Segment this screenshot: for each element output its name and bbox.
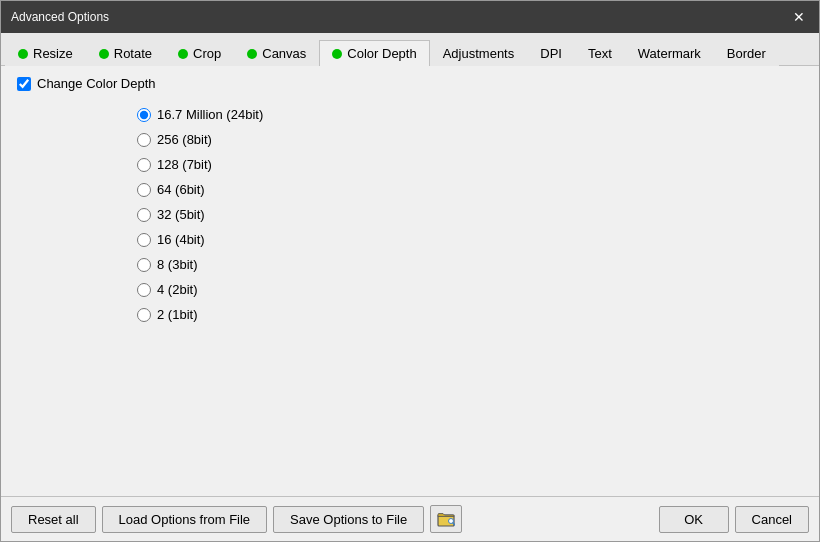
radio-label-r3: 128 (7bit) — [157, 157, 212, 172]
cancel-button[interactable]: Cancel — [735, 506, 809, 533]
radio-item-r9: 2 (1bit) — [137, 307, 803, 322]
tab-label-text: Text — [588, 46, 612, 61]
radio-r8[interactable] — [137, 283, 151, 297]
radio-r2[interactable] — [137, 133, 151, 147]
tabs-bar: ResizeRotateCropCanvasColor DepthAdjustm… — [1, 33, 819, 66]
radio-label-r6: 16 (4bit) — [157, 232, 205, 247]
radio-item-r3: 128 (7bit) — [137, 157, 803, 172]
radio-r9[interactable] — [137, 308, 151, 322]
title-bar: Advanced Options ✕ — [1, 1, 819, 33]
tab-label-watermark: Watermark — [638, 46, 701, 61]
radio-item-r2: 256 (8bit) — [137, 132, 803, 147]
tab-label-border: Border — [727, 46, 766, 61]
radio-label-r2: 256 (8bit) — [157, 132, 212, 147]
load-options-button[interactable]: Load Options from File — [102, 506, 268, 533]
radio-r4[interactable] — [137, 183, 151, 197]
tab-dot-color-depth — [332, 49, 342, 59]
tab-border[interactable]: Border — [714, 40, 779, 66]
tab-watermark[interactable]: Watermark — [625, 40, 714, 66]
radio-label-r5: 32 (5bit) — [157, 207, 205, 222]
radio-r7[interactable] — [137, 258, 151, 272]
tab-color-depth[interactable]: Color Depth — [319, 40, 429, 66]
tab-dot-resize — [18, 49, 28, 59]
tab-crop[interactable]: Crop — [165, 40, 234, 66]
tab-label-crop: Crop — [193, 46, 221, 61]
radio-label-r1: 16.7 Million (24bit) — [157, 107, 263, 122]
radio-r6[interactable] — [137, 233, 151, 247]
radio-item-r5: 32 (5bit) — [137, 207, 803, 222]
tab-label-dpi: DPI — [540, 46, 562, 61]
reset-all-button[interactable]: Reset all — [11, 506, 96, 533]
tab-dot-rotate — [99, 49, 109, 59]
radio-r5[interactable] — [137, 208, 151, 222]
save-options-button[interactable]: Save Options to File — [273, 506, 424, 533]
radio-r1[interactable] — [137, 108, 151, 122]
folder-icon-button[interactable] — [430, 505, 462, 533]
radio-item-r8: 4 (2bit) — [137, 282, 803, 297]
radio-label-r7: 8 (3bit) — [157, 257, 197, 272]
tab-label-color-depth: Color Depth — [347, 46, 416, 61]
tab-label-canvas: Canvas — [262, 46, 306, 61]
advanced-options-dialog: Advanced Options ✕ ResizeRotateCropCanva… — [0, 0, 820, 542]
change-color-depth-checkbox[interactable] — [17, 77, 31, 91]
tab-dpi[interactable]: DPI — [527, 40, 575, 66]
tab-label-adjustments: Adjustments — [443, 46, 515, 61]
dialog-title: Advanced Options — [11, 10, 109, 24]
radio-item-r4: 64 (6bit) — [137, 182, 803, 197]
tab-dot-canvas — [247, 49, 257, 59]
tab-label-rotate: Rotate — [114, 46, 152, 61]
ok-button[interactable]: OK — [659, 506, 729, 533]
radio-label-r9: 2 (1bit) — [157, 307, 197, 322]
radio-item-r7: 8 (3bit) — [137, 257, 803, 272]
radio-item-r1: 16.7 Million (24bit) — [137, 107, 803, 122]
radio-label-r8: 4 (2bit) — [157, 282, 197, 297]
content-area: Change Color Depth 16.7 Million (24bit)2… — [1, 66, 819, 496]
tab-rotate[interactable]: Rotate — [86, 40, 165, 66]
change-color-depth-row: Change Color Depth — [17, 76, 803, 91]
color-depth-radio-list: 16.7 Million (24bit)256 (8bit)128 (7bit)… — [17, 107, 803, 322]
radio-label-r4: 64 (6bit) — [157, 182, 205, 197]
radio-r3[interactable] — [137, 158, 151, 172]
tab-canvas[interactable]: Canvas — [234, 40, 319, 66]
folder-icon — [437, 511, 455, 527]
tab-label-resize: Resize — [33, 46, 73, 61]
footer: Reset all Load Options from File Save Op… — [1, 496, 819, 541]
tab-dot-crop — [178, 49, 188, 59]
tab-text[interactable]: Text — [575, 40, 625, 66]
close-button[interactable]: ✕ — [789, 7, 809, 27]
tab-adjustments[interactable]: Adjustments — [430, 40, 528, 66]
change-color-depth-label: Change Color Depth — [37, 76, 156, 91]
radio-item-r6: 16 (4bit) — [137, 232, 803, 247]
tab-resize[interactable]: Resize — [5, 40, 86, 66]
